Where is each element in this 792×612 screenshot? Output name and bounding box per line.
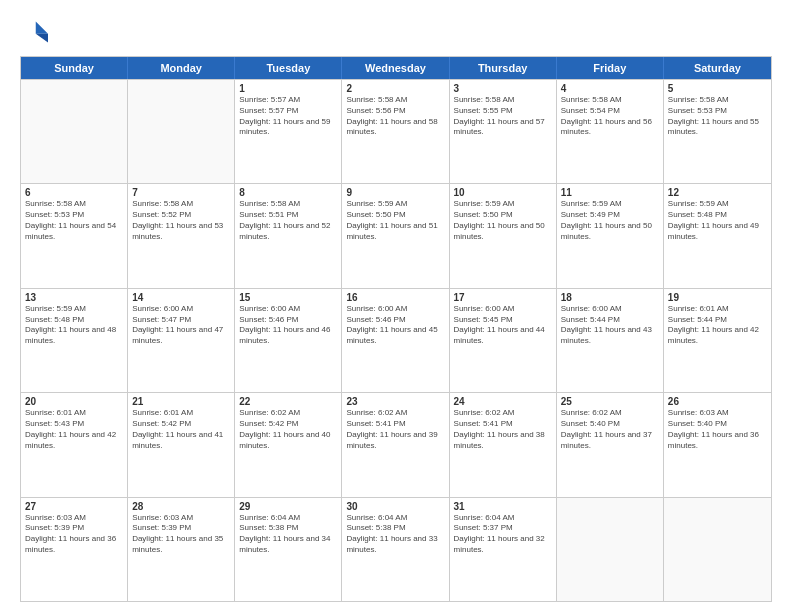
day-info: Sunrise: 5:59 AMSunset: 5:48 PMDaylight:… (25, 304, 123, 347)
calendar-cell: 9Sunrise: 5:59 AMSunset: 5:50 PMDaylight… (342, 184, 449, 287)
day-info: Sunrise: 5:59 AMSunset: 5:48 PMDaylight:… (668, 199, 767, 242)
day-info: Sunrise: 6:04 AMSunset: 5:38 PMDaylight:… (239, 513, 337, 556)
calendar-cell (21, 80, 128, 183)
day-number: 11 (561, 187, 659, 198)
calendar-cell: 27Sunrise: 6:03 AMSunset: 5:39 PMDayligh… (21, 498, 128, 601)
calendar-cell: 22Sunrise: 6:02 AMSunset: 5:42 PMDayligh… (235, 393, 342, 496)
calendar-cell: 29Sunrise: 6:04 AMSunset: 5:38 PMDayligh… (235, 498, 342, 601)
calendar-cell: 3Sunrise: 5:58 AMSunset: 5:55 PMDaylight… (450, 80, 557, 183)
page: SundayMondayTuesdayWednesdayThursdayFrid… (0, 0, 792, 612)
day-info: Sunrise: 6:00 AMSunset: 5:47 PMDaylight:… (132, 304, 230, 347)
calendar-cell: 11Sunrise: 5:59 AMSunset: 5:49 PMDayligh… (557, 184, 664, 287)
day-info: Sunrise: 5:58 AMSunset: 5:55 PMDaylight:… (454, 95, 552, 138)
day-info: Sunrise: 5:59 AMSunset: 5:50 PMDaylight:… (346, 199, 444, 242)
day-info: Sunrise: 5:58 AMSunset: 5:54 PMDaylight:… (561, 95, 659, 138)
header (20, 18, 772, 46)
calendar-cell: 23Sunrise: 6:02 AMSunset: 5:41 PMDayligh… (342, 393, 449, 496)
day-info: Sunrise: 5:58 AMSunset: 5:51 PMDaylight:… (239, 199, 337, 242)
svg-marker-1 (36, 34, 48, 43)
day-number: 20 (25, 396, 123, 407)
day-info: Sunrise: 5:58 AMSunset: 5:52 PMDaylight:… (132, 199, 230, 242)
day-number: 6 (25, 187, 123, 198)
calendar-cell: 19Sunrise: 6:01 AMSunset: 5:44 PMDayligh… (664, 289, 771, 392)
day-number: 22 (239, 396, 337, 407)
day-number: 2 (346, 83, 444, 94)
calendar-cell: 2Sunrise: 5:58 AMSunset: 5:56 PMDaylight… (342, 80, 449, 183)
calendar-header-cell: Tuesday (235, 57, 342, 79)
day-info: Sunrise: 6:01 AMSunset: 5:44 PMDaylight:… (668, 304, 767, 347)
calendar-cell: 15Sunrise: 6:00 AMSunset: 5:46 PMDayligh… (235, 289, 342, 392)
calendar-cell: 10Sunrise: 5:59 AMSunset: 5:50 PMDayligh… (450, 184, 557, 287)
calendar-cell: 28Sunrise: 6:03 AMSunset: 5:39 PMDayligh… (128, 498, 235, 601)
calendar-cell: 5Sunrise: 5:58 AMSunset: 5:53 PMDaylight… (664, 80, 771, 183)
calendar-week: 20Sunrise: 6:01 AMSunset: 5:43 PMDayligh… (21, 392, 771, 496)
calendar-header-cell: Friday (557, 57, 664, 79)
day-info: Sunrise: 6:03 AMSunset: 5:39 PMDaylight:… (132, 513, 230, 556)
calendar-header-cell: Wednesday (342, 57, 449, 79)
day-info: Sunrise: 6:00 AMSunset: 5:45 PMDaylight:… (454, 304, 552, 347)
day-info: Sunrise: 6:03 AMSunset: 5:40 PMDaylight:… (668, 408, 767, 451)
day-number: 18 (561, 292, 659, 303)
calendar-cell (664, 498, 771, 601)
day-number: 13 (25, 292, 123, 303)
day-number: 7 (132, 187, 230, 198)
calendar-cell: 18Sunrise: 6:00 AMSunset: 5:44 PMDayligh… (557, 289, 664, 392)
calendar-header: SundayMondayTuesdayWednesdayThursdayFrid… (21, 57, 771, 79)
calendar-header-cell: Saturday (664, 57, 771, 79)
day-number: 5 (668, 83, 767, 94)
calendar-cell: 17Sunrise: 6:00 AMSunset: 5:45 PMDayligh… (450, 289, 557, 392)
day-number: 1 (239, 83, 337, 94)
calendar-cell: 8Sunrise: 5:58 AMSunset: 5:51 PMDaylight… (235, 184, 342, 287)
day-info: Sunrise: 6:02 AMSunset: 5:40 PMDaylight:… (561, 408, 659, 451)
day-info: Sunrise: 6:00 AMSunset: 5:44 PMDaylight:… (561, 304, 659, 347)
day-number: 24 (454, 396, 552, 407)
day-info: Sunrise: 6:04 AMSunset: 5:37 PMDaylight:… (454, 513, 552, 556)
calendar-cell: 21Sunrise: 6:01 AMSunset: 5:42 PMDayligh… (128, 393, 235, 496)
calendar-cell: 20Sunrise: 6:01 AMSunset: 5:43 PMDayligh… (21, 393, 128, 496)
svg-marker-0 (36, 22, 48, 34)
calendar-week: 13Sunrise: 5:59 AMSunset: 5:48 PMDayligh… (21, 288, 771, 392)
calendar-cell: 6Sunrise: 5:58 AMSunset: 5:53 PMDaylight… (21, 184, 128, 287)
logo (20, 18, 52, 46)
calendar-cell (557, 498, 664, 601)
day-info: Sunrise: 6:02 AMSunset: 5:42 PMDaylight:… (239, 408, 337, 451)
calendar-cell: 25Sunrise: 6:02 AMSunset: 5:40 PMDayligh… (557, 393, 664, 496)
day-number: 14 (132, 292, 230, 303)
day-info: Sunrise: 6:01 AMSunset: 5:43 PMDaylight:… (25, 408, 123, 451)
calendar-cell: 30Sunrise: 6:04 AMSunset: 5:38 PMDayligh… (342, 498, 449, 601)
day-number: 29 (239, 501, 337, 512)
day-number: 4 (561, 83, 659, 94)
day-info: Sunrise: 5:59 AMSunset: 5:49 PMDaylight:… (561, 199, 659, 242)
day-number: 15 (239, 292, 337, 303)
day-info: Sunrise: 5:57 AMSunset: 5:57 PMDaylight:… (239, 95, 337, 138)
calendar-cell: 4Sunrise: 5:58 AMSunset: 5:54 PMDaylight… (557, 80, 664, 183)
day-number: 26 (668, 396, 767, 407)
calendar-week: 6Sunrise: 5:58 AMSunset: 5:53 PMDaylight… (21, 183, 771, 287)
calendar-cell: 31Sunrise: 6:04 AMSunset: 5:37 PMDayligh… (450, 498, 557, 601)
calendar-cell: 14Sunrise: 6:00 AMSunset: 5:47 PMDayligh… (128, 289, 235, 392)
day-number: 21 (132, 396, 230, 407)
calendar-cell: 7Sunrise: 5:58 AMSunset: 5:52 PMDaylight… (128, 184, 235, 287)
day-number: 23 (346, 396, 444, 407)
day-info: Sunrise: 6:02 AMSunset: 5:41 PMDaylight:… (346, 408, 444, 451)
calendar-cell: 13Sunrise: 5:59 AMSunset: 5:48 PMDayligh… (21, 289, 128, 392)
day-number: 9 (346, 187, 444, 198)
day-info: Sunrise: 5:58 AMSunset: 5:53 PMDaylight:… (668, 95, 767, 138)
day-number: 19 (668, 292, 767, 303)
calendar: SundayMondayTuesdayWednesdayThursdayFrid… (20, 56, 772, 602)
calendar-week: 1Sunrise: 5:57 AMSunset: 5:57 PMDaylight… (21, 79, 771, 183)
day-info: Sunrise: 6:03 AMSunset: 5:39 PMDaylight:… (25, 513, 123, 556)
day-number: 3 (454, 83, 552, 94)
day-number: 17 (454, 292, 552, 303)
day-number: 28 (132, 501, 230, 512)
day-info: Sunrise: 6:00 AMSunset: 5:46 PMDaylight:… (346, 304, 444, 347)
calendar-cell (128, 80, 235, 183)
calendar-cell: 24Sunrise: 6:02 AMSunset: 5:41 PMDayligh… (450, 393, 557, 496)
calendar-cell: 16Sunrise: 6:00 AMSunset: 5:46 PMDayligh… (342, 289, 449, 392)
day-number: 8 (239, 187, 337, 198)
calendar-body: 1Sunrise: 5:57 AMSunset: 5:57 PMDaylight… (21, 79, 771, 601)
calendar-cell: 12Sunrise: 5:59 AMSunset: 5:48 PMDayligh… (664, 184, 771, 287)
day-number: 27 (25, 501, 123, 512)
calendar-header-cell: Thursday (450, 57, 557, 79)
day-number: 10 (454, 187, 552, 198)
